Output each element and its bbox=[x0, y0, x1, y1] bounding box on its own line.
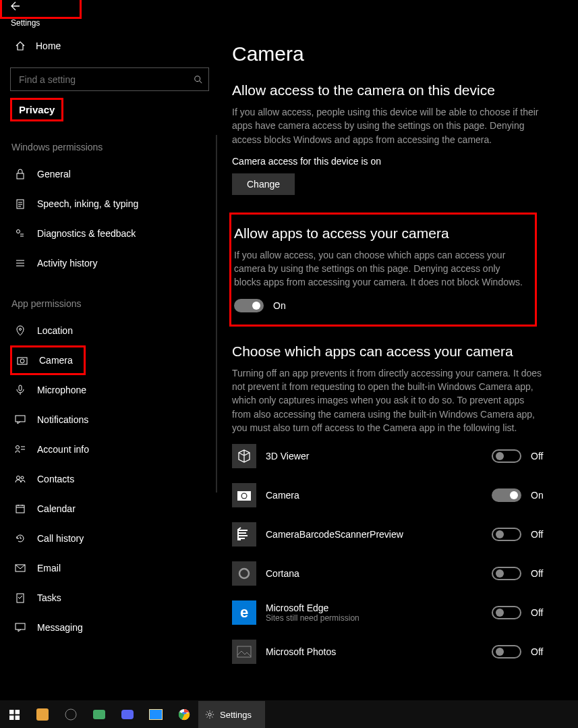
sidebar-item-account-info[interactable]: Account info bbox=[10, 435, 209, 464]
apps-access-state: On bbox=[273, 300, 286, 311]
taskbar-app-icon[interactable] bbox=[28, 701, 57, 728]
app-toggle[interactable] bbox=[492, 528, 521, 541]
app-toggle-state: Off bbox=[531, 451, 548, 461]
search-input[interactable] bbox=[18, 74, 194, 86]
calendar-icon bbox=[13, 504, 28, 513]
sidebar-item-calendar[interactable]: Calendar bbox=[10, 494, 209, 524]
app-toggle[interactable] bbox=[492, 606, 521, 619]
history-icon bbox=[13, 533, 28, 544]
app-name: CameraBarcodeScannerPreview bbox=[266, 529, 492, 540]
app-toggle[interactable] bbox=[492, 567, 521, 580]
messaging-icon bbox=[13, 623, 28, 632]
app-icon: e bbox=[232, 600, 256, 625]
sidebar-item-label: Contacts bbox=[37, 474, 74, 484]
apps-access-heading: Allow apps to access your camera bbox=[234, 225, 528, 242]
app-toggle[interactable] bbox=[492, 645, 521, 659]
app-row: CameraBarcodeScannerPreviewOff bbox=[232, 522, 551, 547]
sidebar-category: Privacy bbox=[10, 98, 63, 121]
sidebar-item-label: Account info bbox=[37, 444, 89, 455]
sidebar-category-label: Privacy bbox=[19, 104, 55, 115]
lock-icon bbox=[13, 169, 28, 179]
svg-rect-36 bbox=[15, 715, 20, 720]
app-row: 3D ViewerOff bbox=[232, 444, 551, 468]
svg-point-40 bbox=[208, 713, 211, 716]
sidebar-item-contacts[interactable]: Contacts bbox=[10, 464, 209, 494]
sidebar-item-notifications[interactable]: Notifications bbox=[10, 405, 209, 435]
app-toggle-state: On bbox=[531, 490, 548, 501]
back-button[interactable] bbox=[0, 0, 30, 17]
app-row: Microsoft PhotosOff bbox=[232, 640, 551, 664]
svg-point-19 bbox=[17, 476, 20, 480]
taskbar-app-icon[interactable] bbox=[85, 701, 113, 728]
taskbar-active-label: Settings bbox=[220, 710, 252, 720]
apps-access-toggle[interactable] bbox=[234, 299, 264, 312]
app-name: Camera bbox=[266, 490, 492, 501]
taskbar-chrome-icon[interactable] bbox=[170, 701, 198, 728]
svg-point-0 bbox=[195, 76, 200, 81]
svg-point-7 bbox=[17, 230, 20, 233]
clipboard-icon bbox=[13, 198, 28, 209]
choose-apps-desc: Turning off an app prevents it from dire… bbox=[232, 366, 542, 435]
sidebar-item-label: Diagnostics & feedback bbox=[37, 228, 136, 239]
taskbar-explorer-icon[interactable] bbox=[142, 701, 170, 728]
email-icon bbox=[13, 564, 28, 572]
app-toggle[interactable] bbox=[492, 449, 521, 463]
sidebar-section-app-permissions: App permissions bbox=[11, 298, 209, 309]
svg-rect-27 bbox=[16, 623, 25, 629]
svg-point-16 bbox=[16, 446, 20, 449]
app-icon bbox=[232, 522, 256, 547]
taskbar-active-window[interactable]: Settings bbox=[198, 701, 265, 728]
sidebar-item-label: Camera bbox=[39, 355, 73, 366]
app-row: eMicrosoft EdgeSites still need permissi… bbox=[232, 600, 551, 625]
sidebar-item-microphone[interactable]: Microphone bbox=[10, 375, 209, 405]
device-access-heading: Allow access to the camera on this devic… bbox=[232, 82, 551, 99]
search-icon bbox=[194, 75, 203, 84]
svg-rect-21 bbox=[16, 505, 24, 513]
taskbar-start[interactable] bbox=[0, 701, 28, 728]
app-toggle-state: Off bbox=[531, 568, 548, 579]
sidebar-item-diagnostics[interactable]: Diagnostics & feedback bbox=[10, 219, 209, 248]
taskbar-app-icon[interactable] bbox=[57, 701, 85, 728]
taskbar[interactable]: Settings bbox=[0, 700, 578, 728]
highlight-box-apps-access: Allow apps to access your camera If you … bbox=[229, 213, 537, 327]
change-button[interactable]: Change bbox=[232, 173, 295, 195]
device-access-desc: If you allow access, people using this d… bbox=[232, 105, 542, 146]
taskbar-discord-icon[interactable] bbox=[113, 701, 142, 728]
app-toggle-state: Off bbox=[531, 646, 548, 657]
svg-rect-35 bbox=[9, 715, 14, 720]
gear-icon bbox=[205, 710, 214, 719]
sidebar-item-label: Notifications bbox=[37, 414, 88, 425]
sidebar-item-call-history[interactable]: Call history bbox=[10, 524, 209, 553]
back-arrow-icon bbox=[10, 1, 21, 11]
sidebar: Home Privacy Windows permissions General… bbox=[0, 22, 216, 700]
svg-point-11 bbox=[20, 329, 22, 331]
sidebar-item-label: Calendar bbox=[37, 503, 76, 514]
sidebar-item-location[interactable]: Location bbox=[10, 316, 209, 345]
window-header: Settings bbox=[0, 0, 578, 22]
sidebar-item-label: Call history bbox=[37, 533, 84, 544]
app-row: CameraOn bbox=[232, 483, 551, 507]
sidebar-item-general[interactable]: General bbox=[10, 159, 209, 189]
app-toggle-state: Off bbox=[531, 607, 548, 618]
svg-point-31 bbox=[239, 569, 249, 578]
svg-point-37 bbox=[65, 709, 76, 720]
app-name: Microsoft EdgeSites still need permissio… bbox=[266, 603, 492, 623]
sidebar-item-camera[interactable]: Camera bbox=[10, 345, 86, 375]
home-icon bbox=[13, 40, 28, 51]
app-subtext: Sites still need permission bbox=[266, 613, 492, 623]
svg-point-13 bbox=[20, 359, 24, 363]
account-icon bbox=[13, 445, 28, 454]
sidebar-item-speech[interactable]: Speech, inking, & typing bbox=[10, 189, 209, 219]
windows-icon bbox=[9, 710, 20, 720]
sidebar-home[interactable]: Home bbox=[10, 32, 209, 59]
sidebar-item-messaging[interactable]: Messaging bbox=[10, 613, 209, 642]
sidebar-item-email[interactable]: Email bbox=[10, 553, 209, 583]
app-toggle[interactable] bbox=[492, 488, 521, 502]
app-row: CortanaOff bbox=[232, 561, 551, 586]
app-icon bbox=[232, 640, 256, 664]
sidebar-item-tasks[interactable]: Tasks bbox=[10, 583, 209, 613]
search-box[interactable] bbox=[10, 67, 209, 91]
svg-rect-15 bbox=[16, 416, 25, 422]
app-name: Microsoft Photos bbox=[266, 646, 492, 657]
sidebar-item-activity[interactable]: Activity history bbox=[10, 248, 209, 278]
